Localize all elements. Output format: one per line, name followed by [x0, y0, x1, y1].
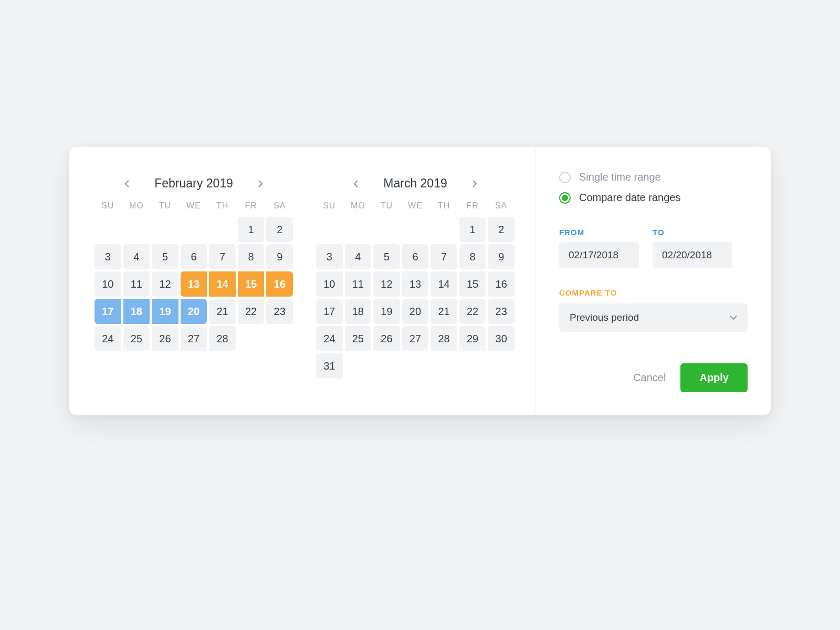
calendar-header: February 2019: [94, 176, 293, 191]
weekday-label: TH: [209, 201, 236, 211]
day-cell[interactable]: 22: [459, 299, 486, 324]
day-cell[interactable]: 25: [345, 326, 372, 351]
weekday-label: FR: [459, 201, 486, 211]
day-cell[interactable]: 3: [94, 244, 121, 269]
day-cell[interactable]: 10: [94, 271, 121, 297]
day-cell[interactable]: 29: [459, 326, 486, 351]
day-empty: [181, 217, 207, 242]
calendar-month: February 2019SUMOTUWETHFRSA1234567891011…: [94, 176, 293, 386]
day-cell[interactable]: 17: [316, 299, 343, 324]
day-cell[interactable]: 16: [266, 271, 293, 297]
actions-row: Cancel Apply: [559, 332, 748, 392]
day-cell[interactable]: 16: [488, 271, 514, 297]
day-empty: [345, 217, 372, 242]
weekday-label: TH: [430, 201, 457, 211]
next-month-button[interactable]: [469, 178, 480, 189]
day-cell[interactable]: 14: [430, 271, 457, 297]
day-cell[interactable]: 21: [430, 299, 457, 324]
day-cell[interactable]: 23: [488, 299, 514, 324]
day-cell[interactable]: 27: [402, 326, 429, 351]
day-cell[interactable]: 5: [373, 244, 400, 269]
day-cell[interactable]: 12: [152, 271, 178, 297]
day-cell[interactable]: 7: [430, 244, 457, 269]
day-cell[interactable]: 20: [402, 299, 429, 324]
day-cell[interactable]: 1: [459, 217, 486, 242]
day-cell[interactable]: 17: [94, 299, 121, 324]
day-cell[interactable]: 18: [345, 299, 372, 324]
prev-month-button[interactable]: [122, 178, 132, 189]
day-empty: [402, 217, 429, 242]
day-cell[interactable]: 2: [488, 217, 514, 242]
weekday-label: MO: [345, 201, 372, 211]
apply-button[interactable]: Apply: [680, 363, 748, 392]
radio-icon: [559, 192, 571, 204]
day-cell[interactable]: 10: [316, 271, 343, 297]
chevron-down-icon: [730, 313, 737, 322]
day-empty: [430, 217, 457, 242]
day-cell[interactable]: 9: [266, 244, 293, 269]
weekday-label: FR: [238, 201, 265, 211]
radio-label: Compare date ranges: [579, 192, 680, 204]
radio-single-time-range[interactable]: Single time range: [559, 171, 748, 183]
day-cell[interactable]: 5: [152, 244, 178, 269]
next-month-button[interactable]: [255, 178, 266, 189]
day-cell[interactable]: 23: [266, 299, 293, 324]
day-cell[interactable]: 7: [209, 244, 236, 269]
weekday-label: SA: [488, 201, 514, 211]
date-range-picker: February 2019SUMOTUWETHFRSA1234567891011…: [69, 147, 771, 415]
day-cell[interactable]: 15: [459, 271, 486, 297]
day-cell[interactable]: 26: [373, 326, 400, 351]
day-cell[interactable]: 24: [94, 326, 121, 351]
day-cell[interactable]: 25: [123, 326, 150, 351]
day-cell[interactable]: 6: [181, 244, 207, 269]
day-cell[interactable]: 6: [402, 244, 429, 269]
day-cell[interactable]: 22: [238, 299, 265, 324]
weekday-label: WE: [181, 201, 207, 211]
prev-month-button[interactable]: [351, 178, 361, 189]
day-cell[interactable]: 9: [488, 244, 514, 269]
calendar-month: March 2019SUMOTUWETHFRSA1234567891011121…: [316, 176, 514, 386]
compare-to-label: COMPARE TO: [559, 288, 748, 297]
to-input[interactable]: 02/20/2018: [653, 242, 732, 268]
weekday-row: SUMOTUWETHFRSA: [94, 201, 293, 211]
day-empty: [94, 217, 121, 242]
day-cell[interactable]: 27: [181, 326, 207, 351]
radio-compare-date-ranges[interactable]: Compare date ranges: [559, 192, 748, 204]
day-empty: [373, 217, 400, 242]
select-value: Previous period: [570, 312, 639, 323]
day-cell[interactable]: 11: [345, 271, 372, 297]
day-cell[interactable]: 28: [209, 326, 236, 351]
day-cell[interactable]: 8: [459, 244, 486, 269]
day-cell[interactable]: 30: [488, 326, 514, 351]
day-empty: [152, 217, 178, 242]
day-cell[interactable]: 1: [238, 217, 265, 242]
days-grid: 1234567891011121314151617181920212223242…: [316, 217, 514, 379]
day-cell[interactable]: 18: [123, 299, 150, 324]
day-cell[interactable]: 2: [266, 217, 293, 242]
weekday-label: SU: [94, 201, 121, 211]
day-cell[interactable]: 8: [238, 244, 265, 269]
day-cell[interactable]: 13: [402, 271, 429, 297]
day-cell[interactable]: 24: [316, 326, 343, 351]
day-cell[interactable]: 19: [373, 299, 400, 324]
day-cell[interactable]: 13: [181, 271, 207, 297]
day-cell[interactable]: 20: [181, 299, 207, 324]
day-cell[interactable]: 26: [152, 326, 178, 351]
day-cell[interactable]: 28: [430, 326, 457, 351]
day-cell[interactable]: 3: [316, 244, 343, 269]
day-cell[interactable]: 4: [123, 244, 150, 269]
day-cell[interactable]: 11: [123, 271, 150, 297]
day-cell[interactable]: 31: [316, 353, 343, 379]
cancel-button[interactable]: Cancel: [633, 372, 666, 384]
calendars-area: February 2019SUMOTUWETHFRSA1234567891011…: [69, 147, 536, 415]
day-cell[interactable]: 19: [152, 299, 178, 324]
day-cell[interactable]: 21: [209, 299, 236, 324]
day-cell[interactable]: 4: [345, 244, 372, 269]
compare-to-select[interactable]: Previous period: [559, 303, 748, 332]
from-input[interactable]: 02/17/2018: [559, 242, 639, 268]
day-empty: [123, 217, 150, 242]
day-cell[interactable]: 14: [209, 271, 236, 297]
day-cell[interactable]: 15: [238, 271, 265, 297]
calendar-title: March 2019: [383, 176, 447, 191]
day-cell[interactable]: 12: [373, 271, 400, 297]
